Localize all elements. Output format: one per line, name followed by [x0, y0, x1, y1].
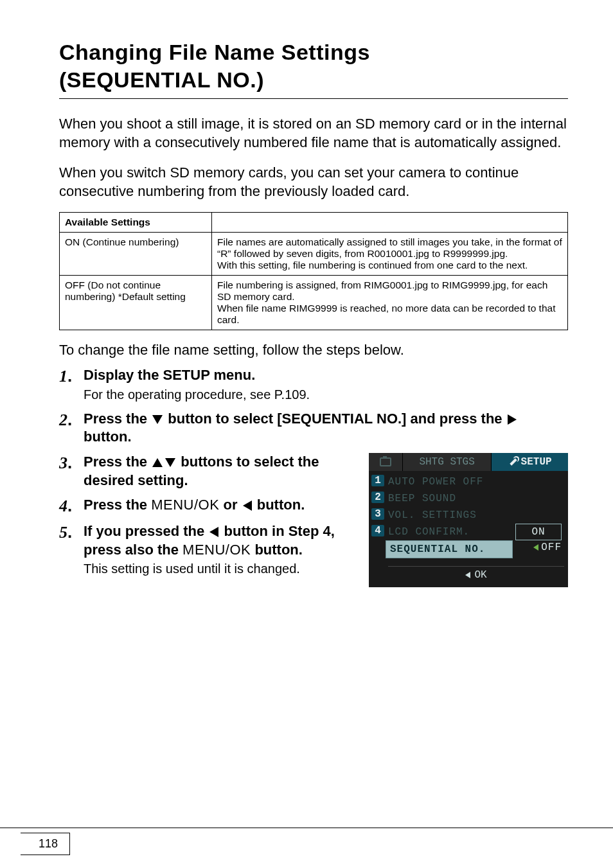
- lcd-tab-setup: SETUP: [492, 453, 568, 471]
- text: Press the: [84, 411, 151, 427]
- step-subtext: For the operating procedure, see P.109.: [84, 386, 568, 403]
- title-line-1: Changing File Name Settings: [59, 40, 370, 64]
- step-number: 5.: [59, 522, 84, 542]
- step-title: Press the button to select [SEQUENTIAL N…: [84, 410, 568, 447]
- after-table-text: To change the file name setting, follow …: [59, 342, 568, 359]
- title-rule: [59, 98, 568, 99]
- step-number: 2.: [59, 410, 84, 430]
- page-number: 118: [21, 833, 70, 855]
- left-arrow-icon: [243, 500, 252, 511]
- lcd-tab-label: SETUP: [521, 456, 552, 468]
- steps-list: 1. Display the SETUP menu. For the opera…: [59, 366, 568, 447]
- lcd-page-indicator: 3: [371, 508, 384, 520]
- lcd-menu-item: VOL. SETTINGS: [388, 507, 564, 524]
- lcd-preview: SHTG STGS SETUP 1 2 3 4 AUTO POWER OFF B…: [369, 453, 568, 587]
- settings-table: Available Settings ON (Continue numberin…: [59, 212, 568, 330]
- menu-ok-glyph: MENU/OK: [151, 497, 219, 513]
- step-2: 2. Press the button to select [SEQUENTIA…: [59, 410, 568, 447]
- page: Changing File Name Settings (SEQUENTIAL …: [0, 0, 613, 868]
- table-row: OFF (Do not continue numbering) *Default…: [60, 276, 568, 330]
- menu-ok-glyph: MENU/OK: [182, 542, 251, 558]
- setting-desc: File names are automatically assigned to…: [212, 233, 568, 276]
- text: button to select [SEQUENTIAL NO.] and pr…: [168, 411, 506, 427]
- intro-paragraph-1: When you shoot a still image, it is stor…: [59, 114, 568, 152]
- lcd-tab-camera: [369, 453, 403, 471]
- wrench-icon: [508, 457, 519, 467]
- step-title: Press the MENU/OK or button.: [84, 496, 353, 515]
- lcd-value-on: ON: [515, 524, 562, 540]
- text: button.: [254, 542, 303, 558]
- step-number: 3.: [59, 453, 84, 473]
- text: or: [223, 497, 241, 513]
- setting-name: ON (Continue numbering): [60, 233, 212, 276]
- lcd-tab-shtg: SHTG STGS: [403, 453, 492, 471]
- step-title: Display the SETUP menu.: [84, 366, 568, 385]
- text: Press the: [84, 497, 151, 513]
- table-header-blank: [212, 213, 568, 233]
- up-arrow-icon: [152, 458, 163, 467]
- step-number: 4.: [59, 496, 84, 516]
- lcd-page-indicator: 1: [371, 475, 384, 486]
- lcd-menu-item: AUTO POWER OFF: [388, 474, 564, 490]
- lcd-page-indicator: 2: [371, 492, 384, 503]
- lcd-body: 1 2 3 4 AUTO POWER OFF BEEP SOUND VOL. S…: [369, 471, 568, 585]
- title-line-2: (SEQUENTIAL NO.): [59, 67, 264, 92]
- intro-paragraph-2: When you switch SD memory cards, you can…: [59, 163, 568, 200]
- lcd-menu-item: BEEP SOUND: [388, 490, 564, 507]
- down-arrow-icon: [165, 458, 175, 467]
- lcd-tabs: SHTG STGS SETUP: [369, 453, 568, 471]
- left-arrow-icon: [465, 572, 470, 578]
- lcd-page-indicator: 4: [371, 525, 384, 536]
- lcd-footer: OK: [388, 566, 564, 583]
- step-number: 1.: [59, 366, 84, 386]
- step-title: If you pressed the button in Step 4, pre…: [84, 522, 353, 559]
- lcd-off-label: OFF: [541, 542, 562, 553]
- step-5: 5. If you pressed the button in Step 4, …: [59, 522, 353, 578]
- steps-list-cont: 3. Press the buttons to select the desir…: [59, 453, 353, 578]
- step-1: 1. Display the SETUP menu. For the opera…: [59, 366, 568, 403]
- right-arrow-icon: [508, 414, 517, 425]
- text: button.: [257, 497, 305, 513]
- lcd-ok-label: OK: [474, 569, 486, 581]
- step-3: 3. Press the buttons to select the desir…: [59, 453, 353, 490]
- down-arrow-icon: [152, 415, 163, 424]
- lcd-tab-label: SHTG STGS: [419, 456, 474, 468]
- lcd-menu-item-selected: SEQUENTIAL NO.: [386, 540, 513, 558]
- page-title: Changing File Name Settings (SEQUENTIAL …: [59, 39, 568, 93]
- lower-columns: 3. Press the buttons to select the desir…: [59, 453, 568, 587]
- text: button.: [84, 429, 132, 445]
- text: Press the: [84, 454, 151, 470]
- lcd-value-off: OFF: [533, 542, 562, 553]
- step-title: Press the buttons to select the desired …: [84, 453, 353, 490]
- left-arrow-icon: [209, 527, 218, 537]
- camera-icon: [380, 457, 391, 466]
- step-4: 4. Press the MENU/OK or button.: [59, 496, 353, 516]
- text: If you pressed the: [84, 523, 208, 539]
- table-header-label: Available Settings: [60, 213, 212, 233]
- table-row: ON (Continue numbering) File names are a…: [60, 233, 568, 276]
- step-subtext: This setting is used until it is changed…: [84, 560, 353, 578]
- setting-name: OFF (Do not continue numbering) *Default…: [60, 276, 212, 330]
- footer-rule: [0, 828, 613, 828]
- setting-desc: File numbering is assigned, from RIMG000…: [212, 276, 568, 330]
- left-arrow-icon: [533, 544, 538, 551]
